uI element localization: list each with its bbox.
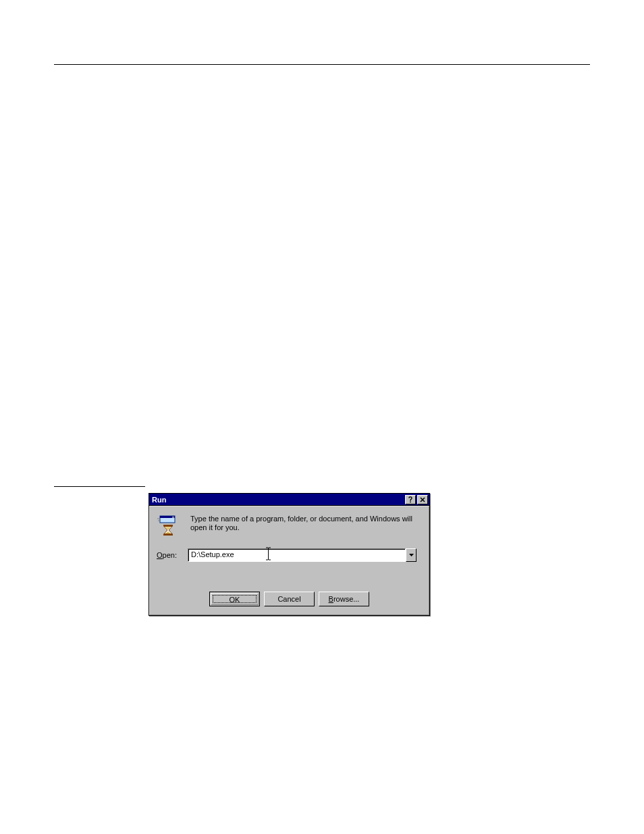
cancel-button[interactable]: Cancel [264, 592, 315, 606]
help-button[interactable] [405, 495, 416, 504]
page-header-rule [54, 64, 590, 65]
svg-point-0 [410, 501, 411, 502]
help-icon [407, 496, 414, 503]
run-icon [157, 515, 179, 537]
open-label: Open: [157, 551, 177, 559]
close-icon [419, 496, 426, 503]
titlebar: Run [149, 494, 429, 506]
svg-rect-3 [172, 517, 174, 518]
browse-button[interactable]: Browse... [319, 592, 369, 606]
run-dialog: Run [149, 493, 430, 616]
open-dropdown-button[interactable] [406, 548, 417, 562]
chevron-down-icon [409, 554, 414, 556]
titlebar-title: Run [152, 496, 404, 504]
ok-button[interactable]: OK [209, 592, 260, 606]
open-combo: D:\Setup.exe [188, 548, 417, 562]
open-input[interactable]: D:\Setup.exe [188, 548, 406, 562]
close-button[interactable] [417, 495, 428, 504]
dialog-body: Type the name of a program, folder, or d… [149, 506, 429, 615]
text-cursor-icon [266, 547, 271, 561]
separator-rule [54, 486, 145, 487]
run-message: Type the name of a program, folder, or d… [190, 515, 415, 532]
open-input-value: D:\Setup.exe [191, 550, 234, 558]
button-row: OK Cancel Browse... [150, 592, 429, 606]
